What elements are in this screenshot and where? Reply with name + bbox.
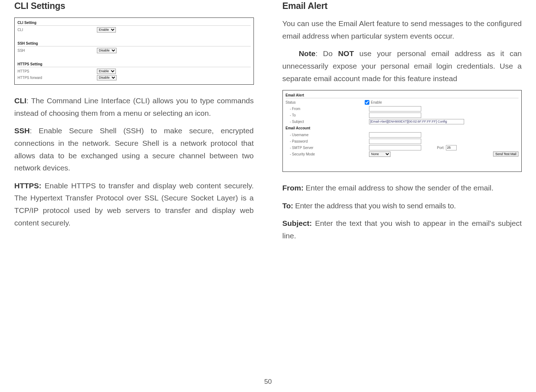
email-alert-note: Note: Do NOT use your personal email add… <box>282 48 522 85</box>
password-label: - Password <box>286 139 369 143</box>
note-label: Note <box>282 49 316 58</box>
ssh-paragraph: SSH: Enable Secure Shell (SSH) to make s… <box>14 125 254 174</box>
subject-input[interactable] <box>369 119 464 124</box>
note-mid: : Do <box>315 49 338 58</box>
left-column: CLI Settings CLI Setting CLI Enable SSH … <box>14 0 254 248</box>
https-paragraph: HTTPS: Enable HTTPS to transfer and disp… <box>14 180 254 229</box>
https-term: HTTPS: <box>14 182 41 190</box>
from-paragraph: From: Enter the email address to show th… <box>282 182 522 194</box>
https-setting-section-header: HTTPS Setting <box>18 61 251 67</box>
ssh-row: SSH Disable <box>18 47 251 54</box>
email-alert-section-header: Email Alert <box>286 93 519 98</box>
email-alert-screenshot: Email Alert Status Enable - From - To - … <box>282 90 522 172</box>
password-input[interactable] <box>369 139 421 144</box>
cli-label: CLI <box>18 28 97 32</box>
to-term: To: <box>282 202 293 210</box>
cli-term: CLI <box>14 96 26 105</box>
email-alert-heading: Email Alert <box>282 1 522 11</box>
from-desc: Enter the email address to show the send… <box>304 184 493 192</box>
cli-paragraph: CLI: The Command Line Interface (CLI) al… <box>14 95 254 119</box>
subject-paragraph: Subject: Enter the text that you wish to… <box>282 217 522 242</box>
subject-row: - Subject <box>286 118 519 125</box>
https-select[interactable]: Enable <box>97 69 116 74</box>
smtp-row: - SMTP Server Port: <box>286 144 519 151</box>
security-mode-label: - Security Mode <box>286 152 369 156</box>
ssh-select[interactable]: Disable <box>97 48 117 53</box>
from-label: - From <box>286 107 369 111</box>
from-row: - From <box>286 105 519 112</box>
right-column: Email Alert You can use the Email Alert … <box>282 0 522 248</box>
https-row: HTTPS Enable <box>18 68 251 74</box>
port-input[interactable] <box>446 145 457 150</box>
https-forward-row: HTTPS forward Disable <box>18 74 251 81</box>
security-mode-row: - Security Mode None Send Test Mail <box>286 151 519 157</box>
status-row: Status Enable <box>286 99 519 105</box>
from-term: From: <box>282 184 304 192</box>
to-input[interactable] <box>369 113 421 118</box>
send-test-mail-button[interactable]: Send Test Mail <box>493 152 518 157</box>
ssh-label: SSH <box>18 49 97 53</box>
cli-setting-section-header: CLI Setting <box>18 20 251 26</box>
ssh-term: SSH <box>14 126 30 135</box>
to-paragraph: To: Enter the address that you wish to s… <box>282 200 522 212</box>
to-desc: Enter the address that you wish to send … <box>293 202 456 210</box>
https-forward-label: HTTPS forward <box>18 76 97 80</box>
cli-row: CLI Enable <box>18 26 251 33</box>
smtp-label: - SMTP Server <box>286 146 369 150</box>
password-row: - Password <box>286 138 519 144</box>
status-label: Status <box>286 100 365 104</box>
page-number: 50 <box>0 378 536 386</box>
status-checkbox[interactable] <box>365 100 369 105</box>
https-desc: Enable HTTPS to transfer and display web… <box>14 182 254 227</box>
https-label: HTTPS <box>18 69 97 73</box>
note-not: NOT <box>338 49 354 58</box>
cli-select[interactable]: Enable <box>97 27 116 33</box>
cli-settings-screenshot: CLI Setting CLI Enable SSH Setting SSH D… <box>14 18 254 85</box>
cli-desc: : The Command Line Interface (CLI) allow… <box>14 96 254 117</box>
ssh-desc: : Enable Secure Shell (SSH) to make secu… <box>14 126 254 172</box>
subject-term: Subject: <box>282 219 312 227</box>
status-enable-text: Enable <box>371 100 382 104</box>
subject-label: - Subject <box>286 120 369 124</box>
https-forward-select[interactable]: Disable <box>97 75 117 80</box>
username-input[interactable] <box>369 132 421 138</box>
ssh-setting-section-header: SSH Setting <box>18 41 251 46</box>
port-label: Port: <box>437 146 444 150</box>
username-label: - Username <box>286 133 369 137</box>
to-row: - To <box>286 112 519 118</box>
username-row: - Username <box>286 132 519 138</box>
from-input[interactable] <box>369 106 421 111</box>
to-label: - To <box>286 113 369 117</box>
email-account-section-header: Email Account <box>286 125 519 131</box>
cli-settings-heading: CLI Settings <box>14 1 254 11</box>
smtp-input[interactable] <box>369 145 421 150</box>
email-alert-intro: You can use the Email Alert feature to s… <box>282 18 522 42</box>
security-mode-select[interactable]: None <box>369 152 390 157</box>
subject-desc: Enter the text that you wish to appear i… <box>282 219 522 240</box>
